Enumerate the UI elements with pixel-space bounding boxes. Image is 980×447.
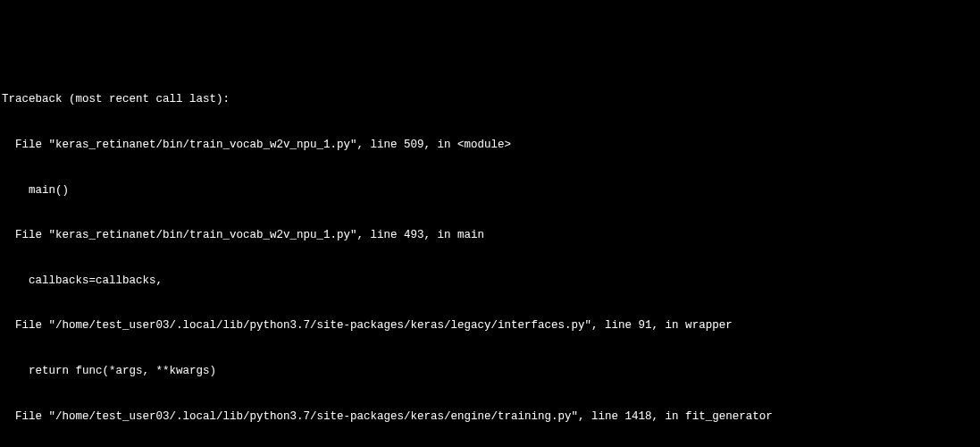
frame-0-file: File "keras_retinanet/bin/train_vocab_w2… (2, 138, 978, 153)
frame-3-file: File "/home/test_user03/.local/lib/pytho… (2, 409, 978, 425)
frame-1-file: File "keras_retinanet/bin/train_vocab_w2… (2, 228, 978, 243)
frame-0-code: main() (2, 183, 978, 198)
terminal-output: Traceback (most recent call last): File … (2, 63, 978, 448)
frame-2-code: return func(*args, **kwargs) (2, 364, 978, 379)
frame-2-file: File "/home/test_user03/.local/lib/pytho… (2, 318, 978, 333)
frame-1-code: callbacks=callbacks, (2, 274, 978, 289)
traceback-header: Traceback (most recent call last): (2, 92, 978, 107)
